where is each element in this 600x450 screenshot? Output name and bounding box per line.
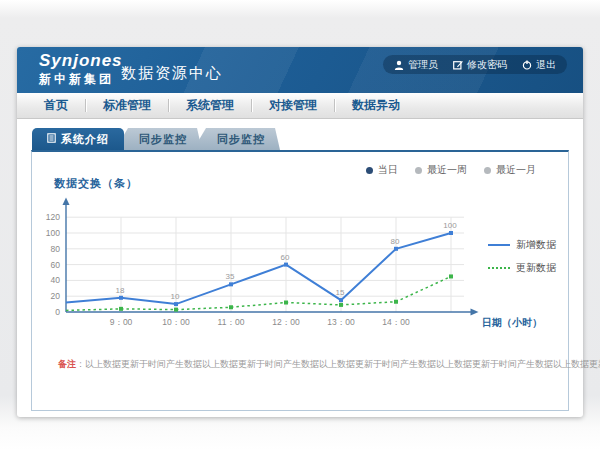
user-menu-item-label: 退出 <box>536 58 556 72</box>
svg-text:35: 35 <box>226 272 235 281</box>
user-menu-item-label: 修改密码 <box>467 58 507 72</box>
svg-text:10：00: 10：00 <box>162 317 190 327</box>
range-filter-legend: 当日最近一周最近一月 <box>366 163 536 177</box>
svg-text:100: 100 <box>443 221 457 230</box>
svg-text:11：00: 11：00 <box>218 317 245 327</box>
filter-最近一月[interactable]: 最近一月 <box>484 163 536 177</box>
tab-label: 同步监控 <box>139 132 187 147</box>
legend-更新数据[interactable]: 更新数据 <box>488 261 556 275</box>
svg-text:80: 80 <box>391 237 400 246</box>
tab-panel: 当日最近一周最近一月 数据交换（条） 0204060801001209：0010… <box>31 150 569 411</box>
user-menu: 管理员修改密码退出 <box>383 55 567 74</box>
user-menu-item-label: 管理员 <box>408 58 438 72</box>
svg-text:12：00: 12：00 <box>272 317 300 327</box>
svg-text:100: 100 <box>46 228 60 238</box>
svg-text:0: 0 <box>55 307 60 317</box>
filter-label: 最近一月 <box>496 163 536 177</box>
svg-text:120: 120 <box>46 212 60 222</box>
footer-note-text: ：以上数据更新于时间产生数据以上数据更新于时间产生数据以上数据更新于时间产生数据… <box>76 359 600 369</box>
svg-text:14：00: 14：00 <box>382 317 410 327</box>
logo-brand-text: Synjones <box>39 52 123 71</box>
filter-dot <box>484 167 491 174</box>
legend-label: 更新数据 <box>516 261 556 275</box>
user-menu-item-管理员[interactable]: 管理员 <box>394 58 438 72</box>
svg-text:20: 20 <box>51 291 61 301</box>
series-legend: 新增数据更新数据 <box>488 238 556 275</box>
tab-label: 同步监控 <box>217 132 265 147</box>
user-menu-item-修改密码[interactable]: 修改密码 <box>453 58 507 72</box>
tab-同步监控-2[interactable]: 同步监控 <box>193 128 280 150</box>
page-title: 数据资源中心 <box>121 64 223 83</box>
footer-note-prefix: 备注 <box>58 359 76 369</box>
nav-item-首页[interactable]: 首页 <box>27 97 85 114</box>
legend-新增数据[interactable]: 新增数据 <box>488 238 556 252</box>
tab-bar: 系统介绍同步监控同步监控 <box>32 128 569 150</box>
svg-text:10: 10 <box>171 292 180 301</box>
filter-dot <box>415 167 422 174</box>
svg-text:80: 80 <box>51 244 61 254</box>
chart-y-axis-title: 数据交换（条） <box>54 176 138 191</box>
user-icon <box>394 60 404 70</box>
nav-item-数据异动[interactable]: 数据异动 <box>335 97 417 114</box>
svg-text:15: 15 <box>336 288 345 297</box>
edit-icon <box>453 60 463 70</box>
filter-dot <box>366 167 373 174</box>
tab-label: 系统介绍 <box>61 132 109 147</box>
nav-item-系统管理[interactable]: 系统管理 <box>169 97 251 114</box>
company-logo: Synjones 新中新集团 <box>39 52 123 86</box>
nav-item-标准管理[interactable]: 标准管理 <box>86 97 168 114</box>
legend-swatch <box>488 267 510 269</box>
svg-text:日期（小时）: 日期（小时） <box>482 317 542 328</box>
doc-icon <box>47 133 56 145</box>
logout-icon <box>522 60 532 70</box>
logo-company-name: 新中新集团 <box>39 73 123 86</box>
filter-最近一周[interactable]: 最近一周 <box>415 163 467 177</box>
user-menu-item-退出[interactable]: 退出 <box>522 58 556 72</box>
legend-label: 新增数据 <box>516 238 556 252</box>
svg-text:18: 18 <box>116 286 125 295</box>
svg-text:13：00: 13：00 <box>327 317 355 327</box>
main-nav: 首页标准管理系统管理对接管理数据异动 <box>17 93 583 119</box>
filter-当日[interactable]: 当日 <box>366 163 398 177</box>
tab-系统介绍-0[interactable]: 系统介绍 <box>32 128 124 150</box>
svg-text:60: 60 <box>51 260 61 270</box>
tab-同步监控-1[interactable]: 同步监控 <box>115 128 202 150</box>
svg-text:9：00: 9：00 <box>110 317 133 327</box>
footer-note: 备注：以上数据更新于时间产生数据以上数据更新于时间产生数据以上数据更新于时间产生… <box>58 358 600 371</box>
filter-label: 最近一周 <box>427 163 467 177</box>
app-window: Synjones 新中新集团 数据资源中心 管理员修改密码退出 首页标准管理系统… <box>17 47 583 417</box>
svg-text:40: 40 <box>51 275 61 285</box>
nav-item-对接管理[interactable]: 对接管理 <box>252 97 334 114</box>
app-header: Synjones 新中新集团 数据资源中心 管理员修改密码退出 <box>17 47 583 93</box>
content-area: 系统介绍同步监控同步监控 当日最近一周最近一月 数据交换（条） 02040608… <box>17 120 583 417</box>
legend-swatch <box>488 244 510 246</box>
filter-label: 当日 <box>378 163 398 177</box>
svg-text:60: 60 <box>281 253 290 262</box>
